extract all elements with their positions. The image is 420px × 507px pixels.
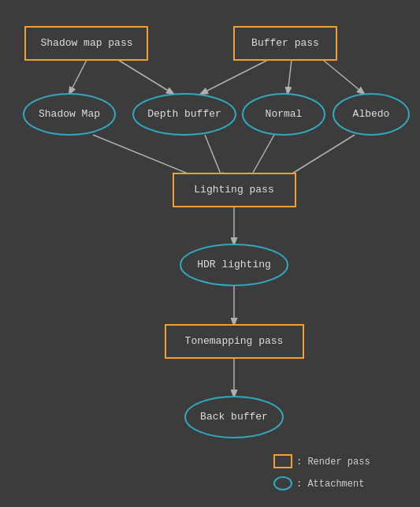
hdr-lighting-label: HDR lighting	[197, 259, 271, 270]
shadow-map-pass-label: Shadow map pass	[40, 37, 132, 49]
legend-render-pass-icon	[274, 455, 292, 468]
legend-attachment-icon	[274, 477, 292, 490]
svg-line-4	[288, 60, 292, 94]
svg-line-3	[201, 60, 268, 94]
svg-line-5	[323, 60, 364, 94]
svg-line-1	[69, 60, 87, 94]
albedo-attachment-label: Albedo	[353, 108, 390, 120]
depth-buffer-attachment-label: Depth buffer	[147, 108, 221, 120]
tonemapping-pass-label: Tonemapping pass	[185, 335, 284, 347]
legend-render-pass-label: : Render pass	[296, 457, 370, 468]
shadow-map-attachment-label: Shadow Map	[39, 108, 100, 120]
legend-attachment-label: : Attachment	[296, 479, 364, 490]
buffer-pass-label: Buffer pass	[251, 37, 319, 49]
lighting-pass-label: Lighting pass	[194, 184, 273, 196]
diagram-canvas: Shadow map pass Buffer pass Shadow Map D…	[0, 0, 420, 507]
back-buffer-label: Back buffer	[200, 411, 268, 423]
normal-attachment-label: Normal	[266, 108, 303, 120]
svg-line-2	[118, 60, 173, 94]
